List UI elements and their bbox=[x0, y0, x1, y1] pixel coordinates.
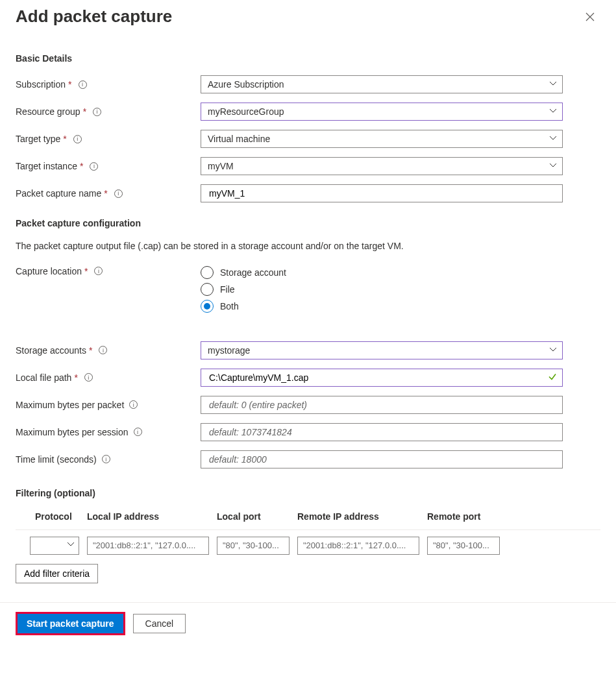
info-icon[interactable]: i bbox=[114, 189, 123, 198]
info-icon[interactable]: i bbox=[129, 400, 138, 409]
radio-icon bbox=[201, 300, 214, 313]
label-target-type: Target type bbox=[16, 134, 60, 144]
start-capture-button[interactable]: Start packet capture bbox=[16, 612, 125, 635]
radio-both[interactable]: Both bbox=[201, 300, 563, 313]
close-icon bbox=[585, 12, 595, 21]
radio-file[interactable]: File bbox=[201, 283, 563, 296]
required-indicator: * bbox=[74, 372, 77, 383]
config-note: The packet capture output file (.cap) ca… bbox=[16, 240, 600, 253]
subscription-select[interactable]: Azure Subscription bbox=[201, 75, 563, 93]
target-instance-select[interactable]: myVM bbox=[201, 157, 563, 175]
max-bytes-packet-wrapper bbox=[201, 396, 563, 414]
radio-icon bbox=[201, 266, 214, 279]
radio-storage-account[interactable]: Storage account bbox=[201, 266, 563, 279]
filter-header-local-port: Local port bbox=[213, 511, 293, 522]
chevron-down-icon bbox=[549, 345, 557, 356]
label-storage-accounts: Storage accounts bbox=[16, 345, 86, 356]
filter-header-remote-ip: Remote IP address bbox=[293, 511, 423, 522]
time-limit-input[interactable] bbox=[208, 454, 556, 465]
radio-label: Both bbox=[220, 301, 239, 311]
radio-icon bbox=[201, 283, 214, 296]
required-indicator: * bbox=[80, 161, 83, 171]
filter-row bbox=[16, 529, 600, 555]
cancel-button[interactable]: Cancel bbox=[133, 614, 186, 633]
filter-remote-port-wrapper bbox=[427, 537, 500, 555]
radio-label: File bbox=[220, 284, 235, 295]
section-basic-details: Basic Details bbox=[16, 53, 600, 64]
label-local-file-path: Local file path bbox=[16, 372, 71, 383]
chevron-down-icon bbox=[549, 106, 557, 117]
required-indicator: * bbox=[63, 134, 66, 144]
label-capture-location: Capture location bbox=[16, 266, 82, 276]
filter-header-local-ip: Local IP address bbox=[83, 511, 213, 522]
label-max-bytes-session: Maximum bytes per session bbox=[16, 427, 129, 437]
target-type-value: Virtual machine bbox=[208, 134, 270, 144]
info-icon[interactable]: i bbox=[73, 135, 82, 143]
target-type-select[interactable]: Virtual machine bbox=[201, 130, 563, 148]
label-max-bytes-packet: Maximum bytes per packet bbox=[16, 400, 124, 410]
required-indicator: * bbox=[89, 345, 92, 356]
label-subscription: Subscription bbox=[16, 79, 66, 90]
max-bytes-packet-input[interactable] bbox=[208, 399, 556, 411]
info-icon[interactable]: i bbox=[102, 455, 110, 463]
section-config: Packet capture configuration bbox=[16, 218, 600, 228]
subscription-value: Azure Subscription bbox=[208, 79, 284, 90]
info-icon[interactable]: i bbox=[94, 267, 103, 275]
target-instance-value: myVM bbox=[208, 161, 234, 171]
info-icon[interactable]: i bbox=[79, 80, 87, 89]
local-file-path-input[interactable] bbox=[208, 372, 556, 383]
required-indicator: * bbox=[104, 188, 107, 199]
label-capture-name: Packet capture name bbox=[16, 188, 101, 199]
chevron-down-icon bbox=[549, 79, 557, 90]
capture-name-input[interactable] bbox=[208, 188, 556, 199]
info-icon[interactable]: i bbox=[84, 373, 93, 382]
chevron-down-icon bbox=[549, 161, 557, 171]
required-indicator: * bbox=[84, 266, 88, 276]
filter-local-port-wrapper bbox=[217, 537, 290, 555]
page-title: Add packet capture bbox=[16, 6, 172, 27]
close-button[interactable] bbox=[580, 6, 600, 27]
section-filtering: Filtering (optional) bbox=[16, 488, 600, 498]
filter-header-protocol: Protocol bbox=[16, 511, 83, 522]
local-file-path-wrapper bbox=[201, 369, 563, 387]
resource-group-select[interactable]: myResourceGroup bbox=[201, 103, 563, 121]
label-target-instance: Target instance bbox=[16, 161, 77, 171]
filter-local-port-input[interactable] bbox=[221, 540, 285, 551]
label-resource-group: Resource group bbox=[16, 106, 80, 117]
radio-label: Storage account bbox=[220, 267, 286, 278]
capture-name-input-wrapper bbox=[201, 184, 563, 202]
max-bytes-session-input[interactable] bbox=[208, 426, 556, 438]
info-icon[interactable]: i bbox=[93, 108, 101, 116]
chevron-down-icon bbox=[549, 134, 557, 144]
chevron-down-icon bbox=[67, 541, 75, 550]
filter-header-remote-port: Remote port bbox=[423, 511, 504, 522]
filter-remote-ip-input[interactable] bbox=[302, 540, 415, 551]
info-icon[interactable]: i bbox=[134, 428, 142, 436]
filter-header-row: Protocol Local IP address Local port Rem… bbox=[16, 511, 600, 526]
filter-protocol-select[interactable] bbox=[30, 537, 79, 555]
filter-local-ip-input[interactable] bbox=[92, 540, 204, 551]
filter-remote-ip-wrapper bbox=[297, 537, 419, 555]
time-limit-wrapper bbox=[201, 450, 563, 468]
add-filter-button[interactable]: Add filter criteria bbox=[16, 564, 98, 583]
filter-local-ip-wrapper bbox=[87, 537, 209, 555]
info-icon[interactable]: i bbox=[90, 162, 98, 171]
storage-accounts-select[interactable]: mystorage bbox=[201, 341, 563, 359]
checkmark-icon bbox=[548, 372, 557, 383]
label-time-limit: Time limit (seconds) bbox=[16, 454, 97, 465]
required-indicator: * bbox=[68, 79, 71, 90]
resource-group-value: myResourceGroup bbox=[208, 106, 284, 117]
max-bytes-session-wrapper bbox=[201, 423, 563, 441]
required-indicator: * bbox=[83, 106, 86, 117]
info-icon[interactable]: i bbox=[99, 346, 107, 354]
storage-accounts-value: mystorage bbox=[208, 345, 250, 356]
filter-remote-port-input[interactable] bbox=[432, 540, 495, 551]
